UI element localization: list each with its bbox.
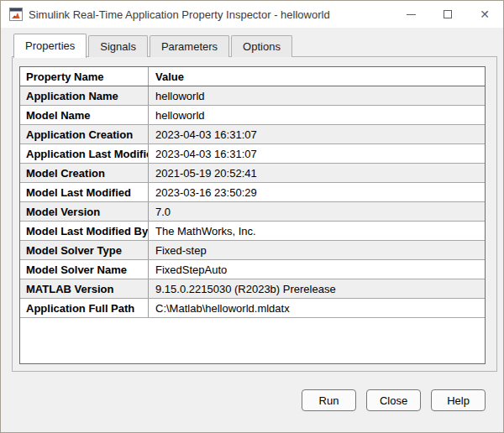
property-value-cell: 2023-03-16 23:50:29 (149, 183, 485, 201)
property-value-cell: Fixed-step (149, 241, 485, 259)
property-name-cell: Application Name (20, 86, 149, 105)
tab-properties[interactable]: Properties (13, 34, 87, 58)
table-row[interactable]: MATLAB Version 9.15.0.2215030 (R2023b) P… (20, 279, 485, 299)
table-row[interactable]: Model Solver Name FixedStepAuto (20, 260, 485, 279)
window-title: Simulink Real-Time Application Property … (29, 8, 330, 21)
property-name-cell: Application Full Path (20, 299, 149, 317)
table-header-row: Property Name Value (20, 67, 485, 86)
property-value-cell: helloworld (149, 106, 485, 124)
table-row[interactable]: Model Name helloworld (20, 106, 485, 125)
property-name-cell: Application Last Modified (20, 144, 149, 163)
tab-parameters[interactable]: Parameters (150, 35, 229, 57)
tab-options[interactable]: Options (231, 35, 292, 57)
property-value-cell: 9.15.0.2215030 (R2023b) Prerelease (149, 279, 485, 298)
property-name-cell: Model Solver Type (20, 241, 149, 259)
property-value-cell: 2021-05-19 20:52:41 (149, 164, 485, 182)
property-value-cell: C:\Matlab\helloworld.mldatx (149, 299, 485, 317)
tab-label: Parameters (161, 40, 218, 53)
property-name-cell: Model Last Modified (20, 183, 149, 201)
column-header-property-name: Property Name (20, 67, 149, 86)
tab-signals[interactable]: Signals (88, 35, 148, 57)
tab-label: Signals (100, 40, 136, 53)
simulink-app-icon (9, 8, 23, 21)
minimize-button[interactable] (392, 1, 429, 28)
close-icon: ✕ (480, 8, 490, 20)
property-name-cell: Model Version (20, 202, 149, 221)
property-name-cell: Application Creation (20, 125, 149, 143)
property-value-cell: 7.0 (149, 202, 485, 221)
property-table: Property Name Value Application Name hel… (19, 66, 486, 364)
property-name-cell: Model Name (20, 106, 149, 124)
minimize-icon (407, 14, 416, 15)
table-row[interactable]: Application Full Path C:\Matlab\hellowor… (20, 299, 485, 318)
property-inspector-window: Simulink Real-Time Application Property … (0, 0, 504, 433)
property-name-cell: Model Solver Name (20, 260, 149, 279)
tab-bar: Properties Signals Parameters Options (13, 33, 292, 57)
property-value-cell: 2023-04-03 16:31:07 (149, 125, 485, 143)
window-controls: ✕ (392, 1, 503, 28)
table-row[interactable]: Model Version 7.0 (20, 202, 485, 222)
tab-label: Properties (25, 39, 75, 52)
title-bar: Simulink Real-Time Application Property … (1, 1, 503, 28)
help-button[interactable]: Help (431, 389, 486, 411)
property-value-cell: FixedStepAuto (149, 260, 485, 279)
tab-label: Options (243, 40, 281, 53)
property-value-cell: helloworld (149, 86, 485, 105)
table-row[interactable]: Model Solver Type Fixed-step (20, 241, 485, 260)
table-row[interactable]: Application Name helloworld (20, 86, 485, 106)
table-row[interactable]: Model Last Modified By The MathWorks, In… (20, 222, 485, 241)
maximize-button[interactable] (429, 1, 466, 28)
table-row[interactable]: Model Creation 2021-05-19 20:52:41 (20, 164, 485, 183)
property-value-cell: The MathWorks, Inc. (149, 222, 485, 240)
property-name-cell: Model Last Modified By (20, 222, 149, 240)
table-row[interactable]: Model Last Modified 2023-03-16 23:50:29 (20, 183, 485, 202)
property-name-cell: Model Creation (20, 164, 149, 182)
close-window-button[interactable]: ✕ (466, 1, 503, 28)
maximize-icon (444, 10, 452, 18)
table-row[interactable]: Application Last Modified 2023-04-03 16:… (20, 144, 485, 164)
column-header-value: Value (149, 67, 485, 86)
table-row[interactable]: Application Creation 2023-04-03 16:31:07 (20, 125, 485, 144)
property-value-cell: 2023-04-03 16:31:07 (149, 144, 485, 163)
run-button[interactable]: Run (302, 389, 356, 411)
close-button[interactable]: Close (366, 389, 421, 411)
property-name-cell: MATLAB Version (20, 279, 149, 298)
